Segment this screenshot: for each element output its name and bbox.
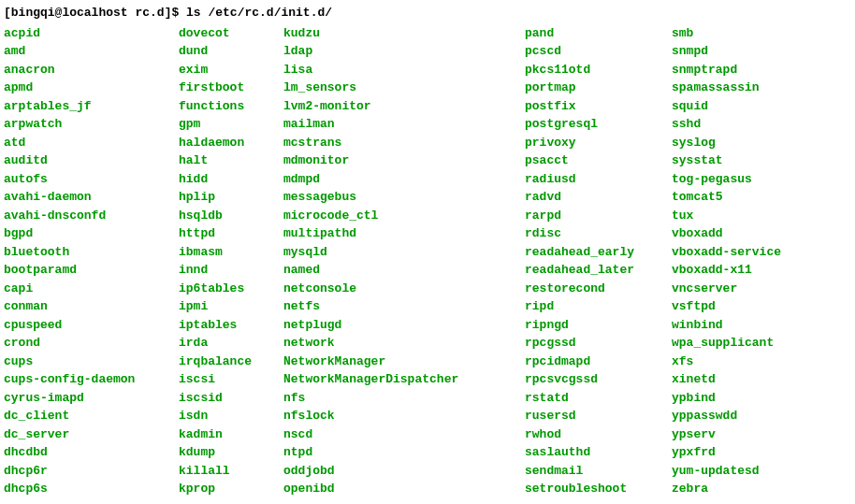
ls-entry: avahi-daemon [4, 188, 167, 207]
ls-entry: snmptrapd [672, 61, 803, 79]
ls-entry: dhcp6r [4, 462, 167, 481]
ls-entry: ripngd [525, 316, 660, 335]
ls-entry: setroubleshoot [525, 480, 660, 498]
ls-entry: sendmail [525, 462, 660, 481]
ls-entry: ypserv [672, 425, 803, 444]
ls-entry: named [283, 261, 514, 280]
ls-entry: rusersd [525, 407, 660, 425]
terminal-prompt-line: [bingqi@localhost rc.d]$ ls /etc/rc.d/in… [4, 4, 851, 22]
ls-entry: yppasswdd [672, 407, 803, 425]
ls-entry: bluetooth [4, 243, 167, 262]
ls-entry: hsqldb [179, 207, 272, 225]
ls-entry: lisa [283, 61, 514, 79]
ls-entry: NetworkManager [283, 353, 514, 371]
ls-entry: ipmi [179, 297, 272, 316]
ls-entry: netfs [283, 297, 514, 316]
ls-entry: irda [179, 334, 272, 353]
ls-entry: ldap [283, 42, 514, 61]
ls-entry: tog-pegasus [672, 170, 803, 189]
ls-entry: cpuspeed [4, 316, 167, 335]
ls-entry: vboxadd [672, 224, 803, 243]
ls-entry: rarpd [525, 207, 660, 225]
ls-entry: ip6tables [179, 280, 272, 298]
ls-entry: snmpd [672, 42, 803, 61]
ls-entry: mdmonitor [283, 151, 514, 170]
ls-entry: bgpd [4, 224, 167, 243]
ls-entry: postgresql [525, 115, 660, 134]
ls-col-3: pandpcscdpkcs11otdportmappostfixpostgres… [525, 24, 660, 498]
ls-entry: kudzu [283, 24, 514, 43]
ls-entry: iscsid [179, 389, 272, 408]
ls-col-2: kudzuldaplisalm_sensorslvm2-monitormailm… [283, 24, 514, 498]
ls-col-1: dovecotdundeximfirstbootfunctionsgpmhald… [179, 24, 272, 498]
ls-entry: mysqld [283, 243, 514, 262]
ls-entry: arptables_jf [4, 97, 167, 116]
ls-entry: amd [4, 42, 167, 61]
ls-entry: ibmasm [179, 243, 272, 262]
ls-entry: hidd [179, 170, 272, 189]
ls-entry: nscd [283, 425, 514, 444]
ls-entry: cups [4, 353, 167, 371]
ls-entry: restorecond [525, 280, 660, 298]
ls-entry: gpm [179, 115, 272, 134]
ls-entry: dhcdbd [4, 443, 167, 462]
ls-entry: rpcsvcgssd [525, 370, 660, 389]
ls-entry: ripd [525, 297, 660, 316]
ls-entry: xfs [672, 353, 803, 371]
ls-entry: dc_client [4, 407, 167, 425]
ls-entry: acpid [4, 24, 167, 43]
ls-entry: iptables [179, 316, 272, 335]
ls-entry: atd [4, 134, 167, 152]
ls-entry: tux [672, 207, 803, 225]
ls-entry: vboxadd-x11 [672, 261, 803, 280]
ls-entry: smb [672, 24, 803, 43]
ls-entry: autofs [4, 170, 167, 189]
ls-entry: nfslock [283, 407, 514, 425]
ls-entry: mdmpd [283, 170, 514, 189]
ls-entry: haldaemon [179, 134, 272, 152]
ls-entry: netplugd [283, 316, 514, 335]
ls-output: acpidamdanacronapmdarptables_jfarpwatcha… [4, 24, 851, 498]
ls-entry: kadmin [179, 425, 272, 444]
ls-entry: spamassassin [672, 79, 803, 97]
ls-entry: squid [672, 97, 803, 116]
ls-entry: anacron [4, 61, 167, 79]
ls-entry: rwhod [525, 425, 660, 444]
ls-entry: hplip [179, 188, 272, 207]
ls-entry: psacct [525, 151, 660, 170]
ls-entry: killall [179, 462, 272, 481]
ls-entry: auditd [4, 151, 167, 170]
ls-entry: tomcat5 [672, 188, 803, 207]
ls-entry: dc_server [4, 425, 167, 444]
ls-entry: mailman [283, 115, 514, 134]
ls-entry: dund [179, 42, 272, 61]
ls-entry: openibd [283, 480, 514, 498]
ls-col-4: smbsnmpdsnmptrapdspamassassinsquidsshdsy… [672, 24, 803, 498]
ls-entry: readahead_early [525, 243, 660, 262]
ls-entry: dhcp6s [4, 480, 167, 498]
ls-entry: winbind [672, 316, 803, 335]
ls-entry: network [283, 334, 514, 353]
ls-entry: rstatd [525, 389, 660, 408]
ls-entry: syslog [672, 134, 803, 152]
ls-entry: rpcidmapd [525, 353, 660, 371]
ls-entry: ypbind [672, 389, 803, 408]
ls-entry: dovecot [179, 24, 272, 43]
ls-entry: innd [179, 261, 272, 280]
ls-entry: avahi-dnsconfd [4, 207, 167, 225]
ls-entry: cups-config-daemon [4, 370, 167, 389]
ls-entry: nfs [283, 389, 514, 408]
ls-entry: mcstrans [283, 134, 514, 152]
ls-entry: capi [4, 280, 167, 298]
ls-entry: sysstat [672, 151, 803, 170]
ls-entry: sshd [672, 115, 803, 134]
ls-entry: privoxy [525, 134, 660, 152]
ls-col-0: acpidamdanacronapmdarptables_jfarpwatcha… [4, 24, 167, 498]
ls-entry: ntpd [283, 443, 514, 462]
ls-entry: kprop [179, 480, 272, 498]
ls-entry: pkcs11otd [525, 61, 660, 79]
ls-entry: functions [179, 97, 272, 116]
ls-entry: radiusd [525, 170, 660, 189]
ls-entry: postfix [525, 97, 660, 116]
ls-entry: pcscd [525, 42, 660, 61]
